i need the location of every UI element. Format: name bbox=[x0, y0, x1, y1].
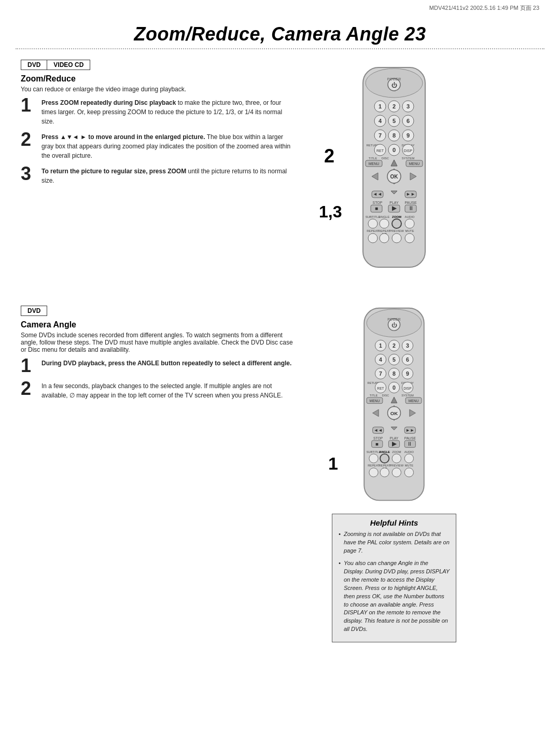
svg-text:ANGLE: ANGLE bbox=[379, 215, 389, 218]
header-meta: MDV421/411v2 2002.5.16 1:49 PM 页面 23 bbox=[0, 0, 560, 14]
svg-text:5: 5 bbox=[393, 118, 396, 124]
svg-text:2: 2 bbox=[393, 103, 396, 109]
svg-text:►►: ►► bbox=[406, 191, 415, 197]
svg-text:SUBTITLE: SUBTITLE bbox=[367, 450, 381, 453]
camera-section: DVD Camera Angle Some DVDs include scene… bbox=[0, 295, 560, 642]
svg-text:POWER: POWER bbox=[387, 318, 401, 321]
svg-text:MENU: MENU bbox=[370, 399, 380, 403]
svg-text:ZOOM: ZOOM bbox=[392, 215, 401, 218]
remote-label-1: 1 bbox=[328, 453, 338, 474]
helpful-hints-item-1: Zooming is not available on DVDs that ha… bbox=[339, 530, 450, 555]
svg-text:⏻: ⏻ bbox=[391, 82, 397, 88]
remote-label-13: 1,3 bbox=[319, 202, 342, 222]
camera-step-1: 1 During DVD playback, press the ANGLE b… bbox=[21, 359, 296, 375]
svg-text:MUTE: MUTE bbox=[405, 229, 414, 232]
svg-text:OK: OK bbox=[390, 174, 399, 180]
camera-step-2: 2 In a few seconds, playback changes to … bbox=[21, 381, 296, 400]
svg-text:RET: RET bbox=[376, 149, 384, 153]
svg-text:PAUSE: PAUSE bbox=[404, 201, 417, 204]
svg-point-74 bbox=[392, 233, 401, 243]
svg-text:0: 0 bbox=[393, 147, 396, 153]
tab-dvd[interactable]: DVD bbox=[21, 60, 47, 70]
svg-point-73 bbox=[380, 233, 389, 243]
page-title: Zoom/Reduce, Camera Angle 23 bbox=[0, 14, 560, 48]
zoom-tabs: DVD VIDEO CD bbox=[21, 60, 296, 70]
camera-step-text-2: In a few seconds, playback changes to th… bbox=[41, 381, 296, 400]
remote-label-2: 2 bbox=[324, 145, 334, 167]
svg-text:◄◄: ◄◄ bbox=[373, 191, 382, 197]
svg-text:PREVIEW: PREVIEW bbox=[390, 464, 404, 467]
svg-text:7: 7 bbox=[379, 132, 382, 139]
svg-text:6: 6 bbox=[407, 118, 410, 124]
svg-text:PLAY: PLAY bbox=[390, 436, 399, 440]
svg-point-141 bbox=[392, 454, 401, 463]
svg-text:SUBTITLE: SUBTITLE bbox=[366, 215, 381, 218]
zoom-step-3: 3 To return the picture to regular size,… bbox=[21, 167, 296, 185]
svg-text:■: ■ bbox=[375, 441, 379, 447]
svg-text:⏸: ⏸ bbox=[408, 205, 414, 211]
svg-text:STOP: STOP bbox=[373, 436, 383, 440]
svg-text:◄◄: ◄◄ bbox=[374, 428, 383, 433]
svg-text:PLAY: PLAY bbox=[389, 201, 399, 204]
svg-text:ANGLE: ANGLE bbox=[380, 450, 390, 453]
svg-point-75 bbox=[405, 233, 414, 243]
helpful-hints-item-2: You also can change Angle in the Display… bbox=[339, 559, 450, 634]
zoom-left-content: DVD VIDEO CD Zoom/Reduce You can reduce … bbox=[16, 49, 306, 274]
svg-point-140 bbox=[380, 454, 389, 463]
zoom-step-2: 2 Press ▲▼◄ ► to move around in the enla… bbox=[21, 132, 296, 160]
step-number-3: 3 bbox=[21, 164, 37, 183]
svg-text:▶: ▶ bbox=[392, 204, 397, 212]
svg-point-72 bbox=[368, 233, 377, 243]
svg-text:TITLE: TITLE bbox=[370, 394, 378, 397]
svg-text:TITLE: TITLE bbox=[369, 157, 377, 160]
camera-step-number-1: 1 bbox=[21, 356, 37, 375]
zoom-step-1: 1 Press ZOOM repeatedly during Disc play… bbox=[21, 98, 296, 126]
camera-remote-column: 1 ⏻ POWER 1 2 3 4 5 6 bbox=[306, 295, 482, 642]
svg-text:AUDIO: AUDIO bbox=[404, 450, 414, 453]
tab-dvd-camera[interactable]: DVD bbox=[21, 306, 47, 316]
svg-text:▶: ▶ bbox=[392, 441, 397, 447]
zoom-intro: You can reduce or enlarge the video imag… bbox=[21, 86, 296, 93]
svg-text:1: 1 bbox=[379, 342, 382, 349]
svg-point-63 bbox=[368, 219, 377, 228]
svg-text:DISP: DISP bbox=[403, 387, 412, 390]
svg-text:PREVIEW: PREVIEW bbox=[389, 229, 404, 232]
svg-text:DISC: DISC bbox=[382, 157, 389, 160]
svg-text:4: 4 bbox=[379, 356, 382, 363]
svg-text:POWER: POWER bbox=[387, 77, 401, 81]
svg-text:REPEAT: REPEAT bbox=[367, 229, 379, 232]
svg-text:3: 3 bbox=[407, 103, 410, 109]
svg-text:9: 9 bbox=[406, 370, 409, 377]
svg-text:ZOOM: ZOOM bbox=[392, 450, 401, 453]
svg-text:⏻: ⏻ bbox=[391, 322, 397, 328]
svg-text:MENU: MENU bbox=[409, 399, 419, 403]
svg-text:OK: OK bbox=[390, 410, 398, 416]
svg-text:0: 0 bbox=[393, 384, 396, 391]
camera-left-content: DVD Camera Angle Some DVDs include scene… bbox=[16, 295, 306, 642]
step-text-2: Press ▲▼◄ ► to move around in the enlarg… bbox=[41, 132, 296, 160]
svg-text:DISP: DISP bbox=[404, 149, 413, 153]
svg-point-151 bbox=[404, 468, 413, 477]
svg-point-142 bbox=[404, 454, 413, 463]
tab-videocd[interactable]: VIDEO CD bbox=[47, 60, 90, 70]
svg-text:SYSTEM: SYSTEM bbox=[401, 394, 414, 397]
helpful-hints-box: Helpful Hints Zooming is not available o… bbox=[332, 514, 456, 642]
camera-intro: Some DVDs include scenes recorded from d… bbox=[21, 332, 296, 353]
svg-text:■: ■ bbox=[375, 205, 378, 211]
svg-text:9: 9 bbox=[407, 132, 410, 139]
svg-text:SYSTEM: SYSTEM bbox=[402, 157, 415, 160]
svg-text:STOP: STOP bbox=[373, 201, 383, 204]
svg-text:MENU: MENU bbox=[409, 162, 420, 166]
svg-text:►►: ►► bbox=[405, 428, 414, 433]
svg-point-148 bbox=[369, 468, 378, 477]
svg-text:PAUSE: PAUSE bbox=[404, 436, 416, 440]
zoom-remote-column: 2 1,3 ⏻ POWER 1 2 3 bbox=[306, 49, 482, 274]
svg-point-64 bbox=[380, 219, 389, 228]
step-number-1: 1 bbox=[21, 96, 37, 115]
svg-text:4: 4 bbox=[379, 118, 382, 124]
remote-illustration-zoom: ⏻ POWER 1 2 3 4 5 6 7 8 bbox=[350, 65, 438, 272]
camera-tabs: DVD bbox=[21, 306, 296, 316]
svg-text:⏸: ⏸ bbox=[407, 441, 413, 447]
svg-text:REPEAT: REPEAT bbox=[368, 464, 380, 467]
svg-text:DISC: DISC bbox=[382, 394, 389, 397]
